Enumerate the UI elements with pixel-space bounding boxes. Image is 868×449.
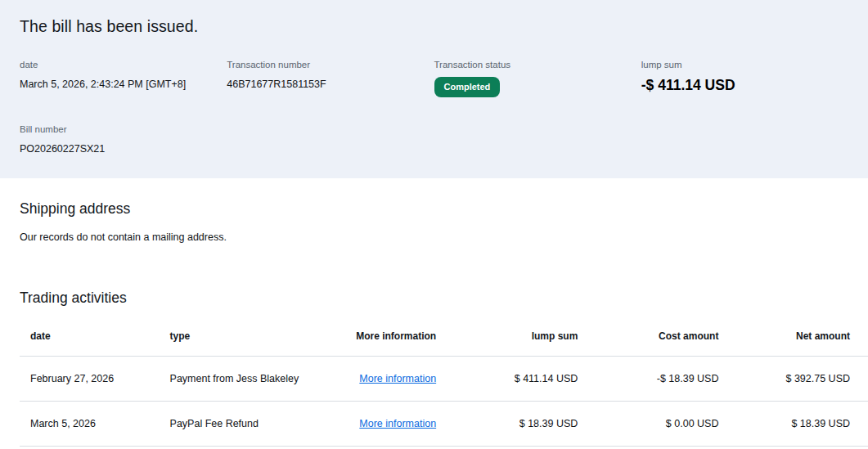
column-header-date: date xyxy=(20,317,170,356)
field-transaction-number-value: 46B71677R1581153F xyxy=(227,79,434,90)
shipping-address-heading: Shipping address xyxy=(20,178,868,218)
bill-summary-panel: The bill has been issued. date March 5, … xyxy=(0,0,868,178)
cell-lump-sum: $ 411.14 USD xyxy=(436,356,578,401)
more-information-link[interactable]: More information xyxy=(359,418,436,429)
field-transaction-status-label: Transaction status xyxy=(434,60,641,70)
status-badge: Completed xyxy=(434,77,501,97)
table-header-row: date type More information lump sum Cost… xyxy=(20,317,868,356)
field-lump-sum-label: lump sum xyxy=(641,60,848,70)
page-title: The bill has been issued. xyxy=(20,17,848,36)
summary-fields: date March 5, 2026, 2:43:24 PM [GMT+8] T… xyxy=(20,60,848,162)
lump-sum-value: -$ 411.14 USD xyxy=(641,77,848,94)
cell-date: February 27, 2026 xyxy=(20,356,170,401)
table-row: March 5, 2026 PayPal Fee Refund More inf… xyxy=(20,401,868,446)
column-header-more-information: More information xyxy=(340,317,436,356)
table-row: February 27, 2026 Payment from Jess Blak… xyxy=(20,356,868,401)
field-transaction-number: Transaction number 46B71677R1581153F xyxy=(227,60,434,97)
cell-net-amount: $ 392.75 USD xyxy=(718,356,868,401)
trading-activities-table: date type More information lump sum Cost… xyxy=(20,317,868,447)
cell-cost-amount: $ 0.00 USD xyxy=(578,401,718,446)
shipping-address-section: Shipping address Our records do not cont… xyxy=(0,178,868,243)
column-header-type: type xyxy=(170,317,340,356)
cell-date: March 5, 2026 xyxy=(20,401,170,446)
column-header-net-amount: Net amount xyxy=(718,317,868,356)
cell-type: Payment from Jess Blakeley xyxy=(170,356,340,401)
cell-type: PayPal Fee Refund xyxy=(170,401,340,446)
trading-activities-section: Trading activities date type More inform… xyxy=(0,243,868,447)
cell-cost-amount: -$ 18.39 USD xyxy=(578,356,718,401)
field-date: date March 5, 2026, 2:43:24 PM [GMT+8] xyxy=(20,60,227,97)
cell-lump-sum: $ 18.39 USD xyxy=(436,401,578,446)
trading-activities-heading: Trading activities xyxy=(20,243,868,307)
field-transaction-number-label: Transaction number xyxy=(227,60,434,70)
field-bill-number-label: Bill number xyxy=(20,124,227,134)
field-bill-number-value: PO20260227SX21 xyxy=(20,143,227,155)
field-lump-sum: lump sum -$ 411.14 USD xyxy=(641,60,848,97)
field-date-label: date xyxy=(20,60,227,70)
column-header-lump-sum: lump sum xyxy=(436,317,578,356)
field-transaction-status: Transaction status Completed xyxy=(434,60,641,97)
more-information-link[interactable]: More information xyxy=(359,373,436,384)
column-header-cost-amount: Cost amount xyxy=(578,317,718,356)
shipping-address-message: Our records do not contain a mailing add… xyxy=(20,231,868,243)
field-bill-number: Bill number PO20260227SX21 xyxy=(20,124,227,162)
field-date-value: March 5, 2026, 2:43:24 PM [GMT+8] xyxy=(20,79,227,90)
cell-net-amount: $ 18.39 USD xyxy=(718,401,868,446)
